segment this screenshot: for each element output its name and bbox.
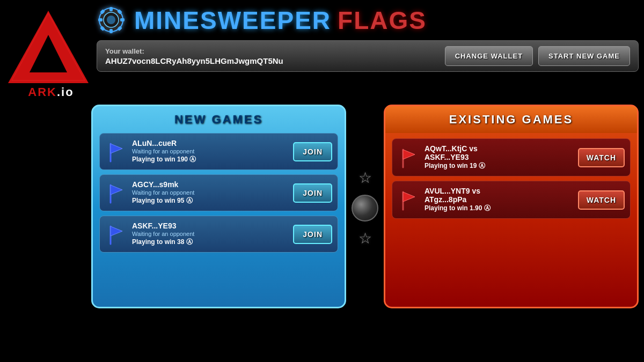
new-games-title: NEW GAMES [99,106,338,133]
svg-rect-7 [98,18,103,21]
game-player-2: AGCY...s9mk [132,180,288,189]
ark-brand: ARK.io [28,85,74,99]
svg-marker-15 [111,144,122,153]
new-game-info-2: AGCY...s9mk Waiting for an opponent Play… [132,180,288,205]
game-prize-2: Playing to win 95 Ⓐ [132,196,288,205]
svg-marker-19 [111,226,122,236]
existing-game-player2-2: ATgz...8pPa [425,195,573,204]
wallet-bar: Your wallet: AHUZ7vocn8LCRyAh8yyn5LHGmJw… [97,40,639,72]
watch-button-2[interactable]: WATCH [578,190,625,210]
existing-game-info-1: AQwT...KtjC vs ASKF...YE93 Playing to wi… [425,144,573,171]
svg-marker-17 [111,185,122,195]
game-prize-3: Playing to win 38 Ⓐ [132,238,288,247]
blue-flag-icon-3 [105,224,127,245]
svg-marker-21 [403,150,415,159]
existing-game-player2-1: ASKF...YE93 [425,153,573,161]
svg-rect-8 [120,18,125,21]
red-flag-icon-1 [398,147,419,168]
join-button-1[interactable]: JOIN [293,142,332,161]
join-button-2[interactable]: JOIN [293,183,332,203]
existing-game-prize-1: Playing to win 19 Ⓐ [425,161,573,171]
wallet-info: Your wallet: AHUZ7vocn8LCRyAh8yyn5LHGmJw… [105,47,283,65]
start-new-game-button[interactable]: START NEW GAME [538,46,630,66]
new-game-info-1: ALuN...cueR Waiting for an opponent Play… [132,139,288,164]
watch-button-1[interactable]: WATCH [578,148,625,167]
svg-rect-5 [109,7,113,11]
title-bar: MINESWEEPER FLAGS [97,5,639,35]
center-orb [352,195,378,221]
new-games-panel: NEW GAMES ALuN...cueR Waiting for an opp… [91,105,346,308]
blue-flag-icon-2 [105,182,127,204]
panels-area: NEW GAMES ALuN...cueR Waiting for an opp… [91,105,639,357]
wallet-label: Your wallet: [105,47,283,55]
title-flags: FLAGS [338,6,427,35]
new-game-row-2: AGCY...s9mk Waiting for an opponent Play… [99,174,338,211]
red-flag-icon-2 [398,189,419,211]
wallet-buttons: CHANGE WALLET START NEW GAME [445,46,630,66]
ark-logo: ARK.io [5,5,97,97]
star-icon-bottom: ☆ [358,230,372,247]
game-player-1: ALuN...cueR [132,139,288,147]
wallet-address: AHUZ7vocn8LCRyAh8yyn5LHGmJwgmQT5Nu [105,56,283,65]
app-header: MINESWEEPER FLAGS Your wallet: AHUZ7vocn… [97,5,639,72]
game-status-3: Waiting for an opponent [132,231,288,237]
existing-games-title: EXISTING GAMES [385,106,637,133]
game-player-3: ASKF...YE93 [132,221,288,230]
blue-flag-icon-1 [105,141,127,162]
existing-game-row-2: AVUL...YNT9 vs ATgz...8pPa Playing to wi… [392,181,631,219]
existing-game-player1-2: AVUL...YNT9 vs [425,187,573,195]
existing-game-prize-2: Playing to win 1.90 Ⓐ [425,204,573,213]
new-game-info-3: ASKF...YE93 Waiting for an opponent Play… [132,221,288,247]
existing-game-info-2: AVUL...YNT9 vs ATgz...8pPa Playing to wi… [425,187,573,213]
app-icon [97,5,126,35]
join-button-3[interactable]: JOIN [293,225,332,244]
change-wallet-button[interactable]: CHANGE WALLET [445,46,533,66]
game-prize-1: Playing to win 190 Ⓐ [132,155,288,164]
existing-game-row-1: AQwT...KtjC vs ASKF...YE93 Playing to wi… [392,138,631,176]
middle-connector: ☆ ☆ [346,169,384,247]
svg-rect-6 [109,29,113,33]
new-game-row-1: ALuN...cueR Waiting for an opponent Play… [99,133,338,170]
star-icon-top: ☆ [358,169,372,187]
title-minesweeper: MINESWEEPER [134,6,331,35]
svg-point-13 [107,16,115,24]
existing-game-player1-1: AQwT...KtjC vs [425,144,573,153]
existing-games-panel: EXISTING GAMES AQwT...KtjC vs ASKF...YE9… [384,105,639,308]
game-status-2: Waiting for an opponent [132,189,288,196]
svg-marker-23 [403,192,415,202]
new-game-row-3: ASKF...YE93 Waiting for an opponent Play… [99,216,338,253]
game-status-1: Waiting for an opponent [132,148,288,154]
title-text: MINESWEEPER FLAGS [134,6,427,35]
